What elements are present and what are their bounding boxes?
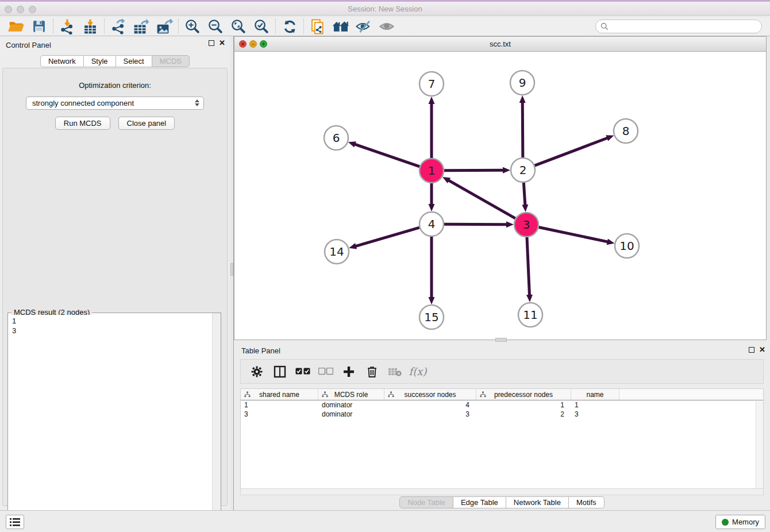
clone-network-button[interactable] (306, 18, 329, 35)
show-all-button[interactable] (375, 18, 398, 35)
graph-edge-4-15[interactable] (429, 237, 435, 304)
graph-node-2[interactable]: 2 (511, 158, 535, 182)
divider-grip[interactable] (495, 338, 507, 342)
zoom-fit-button[interactable] (227, 18, 250, 35)
open-session-button[interactable] (5, 18, 28, 35)
show-columns-button[interactable] (270, 362, 290, 381)
column-header-mcds-role[interactable]: MCDS role (318, 389, 384, 400)
tab-network-table[interactable]: Network Table (506, 496, 569, 508)
divider-grip[interactable] (230, 263, 233, 276)
column-header-successor-nodes[interactable]: successor nodes (384, 389, 476, 400)
open-folder-icon (7, 19, 25, 34)
dropdown-stepper-icon (195, 99, 199, 106)
first-neighbors-button[interactable] (329, 18, 352, 35)
tab-mcds[interactable]: MCDS (152, 55, 190, 67)
graph-edge-2-3[interactable] (522, 183, 528, 212)
export-table-button[interactable] (130, 18, 153, 35)
float-panel-icon[interactable] (749, 347, 754, 353)
column-header-shared-name[interactable]: shared name (241, 389, 318, 400)
cell-name[interactable]: 3 (571, 410, 619, 419)
table-vertical-scrollbar[interactable] (756, 401, 763, 488)
graph-node-6[interactable]: 6 (324, 126, 348, 150)
graph-edge-3-11[interactable] (526, 237, 533, 302)
tab-style[interactable]: Style (84, 55, 116, 67)
select-all-columns-button[interactable] (292, 362, 313, 381)
zoom-out-button[interactable] (204, 18, 227, 35)
close-panel-icon[interactable]: ✕ (219, 40, 225, 46)
graph-edge-1-7[interactable] (429, 97, 435, 158)
graph-node-1[interactable]: 1 (419, 159, 444, 183)
mcds-result-item[interactable]: 1 (12, 316, 208, 326)
zoom-selected-button[interactable] (250, 18, 273, 35)
export-network-button[interactable] (107, 18, 130, 35)
refresh-layout-button[interactable] (278, 18, 301, 35)
mcds-result-list[interactable]: 1 3 (9, 315, 211, 529)
graph-node-3[interactable]: 3 (514, 213, 538, 237)
graph-node-7[interactable]: 7 (419, 72, 444, 96)
memory-button[interactable]: Memory (715, 515, 765, 529)
hide-selected-button[interactable] (352, 18, 375, 35)
table-settings-button[interactable] (247, 362, 267, 381)
cell-mcds-role[interactable]: dominator (318, 400, 384, 410)
deselect-all-columns-button[interactable] (315, 362, 336, 381)
cell-mcds-role[interactable]: dominator (318, 410, 384, 419)
save-session-button[interactable] (28, 18, 51, 35)
criterion-dropdown[interactable]: strongly connected component (26, 97, 204, 110)
network-window-titlebar[interactable]: ✕ − + scc.txt (234, 37, 766, 52)
graph-edge-2-9[interactable] (519, 95, 526, 157)
tab-node-table[interactable]: Node Table (399, 496, 453, 508)
cell-predecessor-nodes[interactable]: 2 (476, 410, 571, 419)
mcds-result-item[interactable]: 3 (12, 326, 208, 336)
tab-motifs[interactable]: Motifs (569, 496, 605, 508)
cell-name[interactable]: 1 (571, 400, 619, 410)
tab-network[interactable]: Network (40, 55, 84, 67)
graph-node-11[interactable]: 11 (518, 303, 542, 327)
import-network-button[interactable] (56, 18, 79, 35)
network-canvas[interactable]: 7968124314101511 (234, 52, 766, 340)
search-field[interactable] (595, 20, 762, 33)
graph-edge-3-10[interactable] (539, 228, 615, 245)
graph-edge-3-1[interactable] (442, 177, 515, 218)
cell-shared-name[interactable]: 1 (241, 400, 318, 410)
graph-node-8[interactable]: 8 (614, 119, 638, 143)
column-header-name[interactable]: name (571, 389, 619, 400)
node-table[interactable]: shared name MCDS role successor nodes (240, 388, 764, 488)
cell-successor-nodes[interactable]: 3 (384, 410, 476, 419)
cell-predecessor-nodes[interactable]: 1 (476, 400, 571, 410)
graph-edge-1-4[interactable] (429, 183, 435, 211)
mcds-result-scrollbar[interactable] (212, 313, 221, 529)
graph-edge-1-2[interactable] (444, 167, 510, 174)
graph-edge-4-3[interactable] (444, 221, 514, 228)
tab-edge-table[interactable]: Edge Table (453, 496, 506, 508)
run-mcds-button[interactable]: Run MCDS (55, 117, 110, 130)
search-input[interactable] (611, 22, 757, 30)
close-panel-button[interactable]: Close panel (118, 117, 175, 130)
graph-node-10[interactable]: 10 (615, 234, 639, 258)
import-table-button[interactable] (79, 18, 102, 35)
delete-table-button[interactable] (384, 362, 405, 381)
float-panel-icon[interactable] (209, 40, 214, 46)
function-builder-button[interactable]: f(x) (407, 362, 428, 381)
create-column-button[interactable] (338, 362, 359, 381)
export-image-button[interactable] (153, 18, 176, 35)
graph-edge-1-6[interactable] (348, 141, 419, 167)
graph-node-9[interactable]: 9 (510, 71, 534, 95)
cell-shared-name[interactable]: 3 (241, 410, 318, 419)
task-history-button[interactable] (6, 515, 24, 529)
column-header-predecessor-nodes[interactable]: predecessor nodes (476, 389, 571, 400)
tab-select[interactable]: Select (116, 55, 152, 67)
cell-successor-nodes[interactable]: 4 (384, 400, 476, 410)
graph-edge-4-14[interactable] (349, 228, 419, 249)
delete-column-button[interactable] (361, 362, 382, 381)
graph-node-4[interactable]: 4 (419, 212, 444, 236)
close-panel-icon[interactable]: ✕ (759, 347, 765, 353)
zoom-in-button[interactable] (181, 18, 204, 35)
vertical-split-divider[interactable] (230, 36, 234, 510)
graph-node-15[interactable]: 15 (419, 305, 444, 329)
table-row[interactable]: 3 dominator 3 2 3 (241, 410, 763, 419)
network-graph[interactable]: 7968124314101511 (234, 52, 766, 340)
graph-node-14[interactable]: 14 (325, 240, 349, 264)
table-horizontal-scrollbar[interactable] (240, 488, 764, 495)
table-row[interactable]: 1 dominator 4 1 1 (241, 400, 763, 410)
graph-edge-2-8[interactable] (535, 135, 614, 165)
